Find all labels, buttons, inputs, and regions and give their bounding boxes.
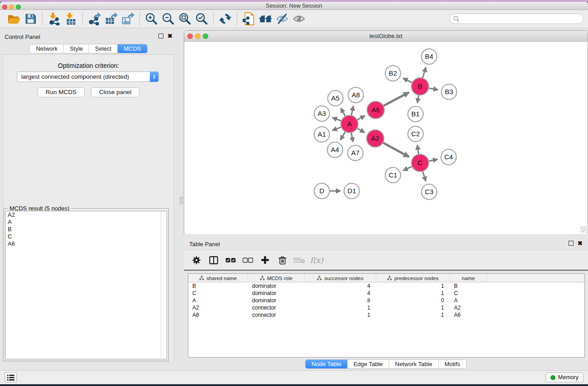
edge-C-C1[interactable]	[403, 167, 412, 171]
edge-A-A3[interactable]	[332, 118, 341, 121]
result-list-scrollbar[interactable]	[161, 211, 167, 359]
network-window-title: testGlobe.txt	[184, 31, 588, 42]
save-session-button[interactable]	[22, 11, 39, 27]
edge-A-A4[interactable]	[340, 132, 345, 140]
edge-C-C4[interactable]	[429, 159, 438, 161]
zoom-fit-button[interactable]	[177, 11, 193, 27]
mcds-result-item[interactable]: A6	[6, 240, 167, 248]
run-mcds-button[interactable]: Run MCDS	[38, 87, 85, 97]
mcds-result-item[interactable]: A	[6, 219, 167, 226]
edge-C-C2[interactable]	[417, 145, 419, 154]
close-network-button[interactable]	[187, 33, 193, 39]
refresh-layout-button[interactable]	[217, 11, 234, 27]
edge-A-A7[interactable]	[351, 133, 353, 142]
column-header-successor-nodes[interactable]: successor nodes	[305, 274, 376, 282]
network-graph-canvas[interactable]: B4B2BB3A8A5A6A3B1AA1C2A2A4A7C4CC1C3DD1	[185, 42, 588, 234]
table-row[interactable]: A6connector11A6	[188, 311, 584, 319]
column-header-predecessor-nodes[interactable]: predecessor nodes	[376, 274, 450, 282]
close-panel-button[interactable]: Close panel	[91, 87, 139, 97]
memory-status-dot	[550, 375, 555, 380]
panel-splitter-grip[interactable]	[180, 197, 183, 204]
column-header-mcds-role[interactable]: MCDS role	[248, 274, 305, 282]
optimization-criterion-select[interactable]: largest connected component (directed) ▲…	[17, 71, 159, 82]
tab-motifs[interactable]: Motifs	[439, 360, 466, 368]
zoom-in-button[interactable]	[143, 11, 160, 27]
cell-mcds-role: dominator	[248, 290, 305, 297]
tab-select[interactable]: Select	[89, 44, 118, 53]
zoom-selected-button[interactable]	[193, 11, 210, 27]
edge-B-B3[interactable]	[429, 88, 438, 90]
table-header-row: shared nameMCDS rolesuccessor nodesprede…	[188, 274, 584, 282]
export-image-button[interactable]	[120, 11, 136, 27]
tab-edge-table[interactable]: Edge Table	[348, 360, 389, 368]
delete-table-button[interactable]	[293, 254, 306, 266]
close-window-button[interactable]	[2, 5, 7, 10]
delete-columns-button[interactable]	[276, 254, 288, 266]
tab-network[interactable]: Network	[30, 44, 64, 53]
edge-C-C3[interactable]	[423, 172, 426, 181]
edge-A6-B[interactable]	[384, 92, 409, 106]
edge-A-A8[interactable]	[351, 106, 353, 115]
toolbar-separator	[82, 12, 83, 26]
apply-function-button[interactable]: f(x)	[311, 254, 323, 266]
gear-icon	[191, 255, 201, 265]
close-panel-icon[interactable]: ✖	[167, 33, 172, 38]
edge-A-A1[interactable]	[332, 127, 341, 130]
cytoscape-main-window: Session: New Session	[0, 2, 588, 382]
edge-A-A5[interactable]	[341, 108, 345, 116]
mcds-result-item[interactable]: A2	[6, 211, 167, 219]
edge-A2-C[interactable]	[383, 143, 409, 157]
table-row[interactable]: Bdominator41B	[188, 282, 584, 290]
tab-network-table[interactable]: Network Table	[389, 360, 439, 368]
table-options-gear-button[interactable]	[190, 254, 202, 266]
open-file-button[interactable]	[5, 11, 22, 27]
table-row[interactable]: Cdominator41C	[188, 290, 584, 297]
refresh-icon	[219, 13, 231, 25]
cell-predecessor-nodes: 1	[376, 311, 450, 319]
edge-B-B1[interactable]	[417, 95, 419, 103]
column-header-shared-name[interactable]: shared name	[188, 274, 248, 282]
column-header-name[interactable]: name	[450, 274, 487, 282]
tab-mcds[interactable]: MCDS	[118, 44, 147, 53]
cell-successor-nodes: 4	[305, 290, 376, 297]
select-all-columns-button[interactable]	[225, 254, 237, 266]
network-window-titlebar[interactable]: testGlobe.txt	[184, 31, 588, 42]
edge-B-B2[interactable]	[403, 78, 412, 82]
export-network-button[interactable]	[86, 11, 103, 27]
unselect-all-columns-button[interactable]	[242, 254, 254, 266]
edge-A-A2[interactable]	[357, 129, 364, 133]
hide-selected-button[interactable]	[274, 11, 291, 27]
close-panel-icon[interactable]: ✖	[578, 241, 583, 246]
search-input[interactable]	[449, 14, 583, 24]
task-history-button[interactable]	[5, 372, 17, 382]
eye-icon	[292, 13, 306, 25]
memory-button[interactable]: Memory	[545, 372, 583, 382]
show-all-button[interactable]	[291, 11, 307, 27]
import-network-button[interactable]	[46, 11, 62, 27]
minimize-network-button[interactable]	[195, 33, 201, 39]
export-table-button[interactable]	[103, 11, 120, 27]
mcds-result-item[interactable]: B	[6, 226, 167, 233]
table-row[interactable]: A2connector11A2	[188, 304, 584, 311]
zoom-out-button[interactable]	[160, 11, 177, 27]
network-document-button[interactable]	[240, 11, 257, 27]
table-row[interactable]: Adominator80A	[188, 297, 584, 304]
tab-style[interactable]: Style	[64, 44, 89, 53]
minimize-window-button[interactable]	[9, 5, 14, 10]
zoom-network-button[interactable]	[203, 33, 208, 39]
node-label-A: A	[347, 120, 352, 128]
show-columns-button[interactable]	[207, 254, 220, 266]
tab-node-table[interactable]: Node Table	[306, 360, 348, 368]
float-panel-icon[interactable]	[158, 33, 163, 38]
add-column-button[interactable]	[259, 254, 271, 266]
home-layout-button[interactable]	[257, 11, 274, 27]
window-resize-grip[interactable]	[580, 226, 587, 233]
import-table-button[interactable]	[62, 11, 79, 27]
edge-B-B4[interactable]	[423, 67, 426, 78]
edge-A-A6[interactable]	[358, 116, 365, 120]
float-panel-icon[interactable]	[569, 241, 574, 246]
main-titlebar[interactable]: Session: New Session	[0, 2, 588, 10]
table-toolbar: f(x)	[184, 250, 588, 271]
mcds-result-item[interactable]: C	[6, 233, 167, 240]
zoom-window-button[interactable]	[16, 5, 21, 10]
